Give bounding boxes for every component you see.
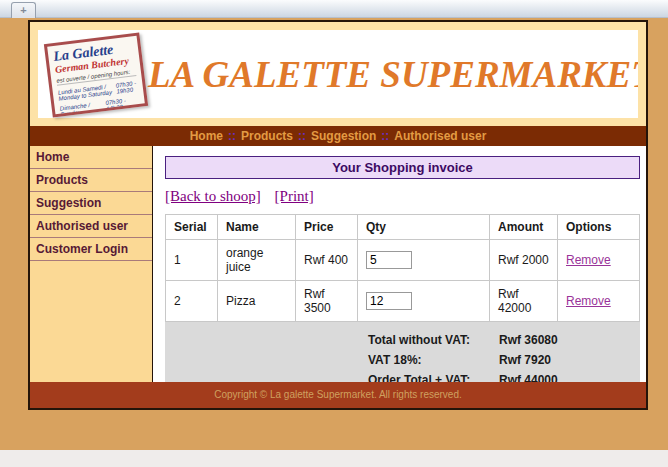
page-title: LA GALETTE SUPERMARKET xyxy=(144,53,638,96)
cell-qty xyxy=(358,281,490,322)
nav-item-home[interactable]: Home xyxy=(190,129,223,143)
cell-serial: 2 xyxy=(166,281,218,322)
col-header-options: Options xyxy=(558,215,640,240)
sidebar-item-products[interactable]: Products xyxy=(30,169,152,192)
table-row: 1 orange juice Rwf 400 Rwf 2000 Remove xyxy=(166,240,640,281)
cell-price: Rwf 400 xyxy=(296,240,358,281)
total-label: Total without VAT: xyxy=(368,333,470,347)
tab-plus-icon: + xyxy=(20,4,26,16)
total-value: Rwf 7920 xyxy=(499,353,551,367)
col-header-serial: Serial xyxy=(166,215,218,240)
cell-serial: 1 xyxy=(166,240,218,281)
shop-sign-logo: La Galette German Butchery est ouverte /… xyxy=(44,32,148,117)
col-header-name: Name xyxy=(218,215,296,240)
cell-options: Remove xyxy=(558,240,640,281)
content-area: Home Products Suggestion Authorised user… xyxy=(30,146,646,382)
cell-price: Rwf 3500 xyxy=(296,281,358,322)
back-to-shop-link[interactable]: [Back to shoop] xyxy=(165,188,261,204)
header: La Galette German Butchery est ouverte /… xyxy=(30,22,646,126)
browser-tab[interactable]: + xyxy=(11,2,36,18)
cell-options: Remove xyxy=(558,281,640,322)
print-link[interactable]: [Print] xyxy=(275,188,314,204)
invoice-title-bar: Your Shopping invoice xyxy=(165,156,640,179)
logo-sunday-label: Dimanche / Sunday xyxy=(59,100,106,117)
totals-section: Total without VAT: Rwf 36080 VAT 18%: Rw… xyxy=(165,322,640,382)
col-header-amount: Amount xyxy=(490,215,558,240)
page-container: La Galette German Butchery est ouverte /… xyxy=(28,20,648,410)
col-header-price: Price xyxy=(296,215,358,240)
nav-separator: :: xyxy=(228,129,236,143)
logo-sunday-hours: 07h30 - 14h30 xyxy=(105,96,140,112)
invoice-table: Serial Name Price Qty Amount Options 1 o… xyxy=(165,214,640,322)
cell-amount: Rwf 2000 xyxy=(490,240,558,281)
total-value: Rwf 44000 xyxy=(499,373,558,382)
remove-link[interactable]: Remove xyxy=(566,294,611,308)
browser-chrome: + xyxy=(0,0,668,18)
desktop-background: La Galette German Butchery est ouverte /… xyxy=(0,18,668,450)
cell-amount: Rwf 42000 xyxy=(490,281,558,322)
main-panel: Your Shopping invoice [Back to shoop] [P… xyxy=(153,146,646,382)
header-banner: La Galette German Butchery est ouverte /… xyxy=(38,30,638,118)
sidebar-item-home[interactable]: Home xyxy=(30,146,152,169)
table-row: 2 Pizza Rwf 3500 Rwf 42000 Remove xyxy=(166,281,640,322)
cell-qty xyxy=(358,240,490,281)
nav-separator: :: xyxy=(381,129,389,143)
top-nav: Home::Products::Suggestion::Authorised u… xyxy=(30,126,646,146)
total-label: Order Total + VAT: xyxy=(368,373,470,382)
invoice-links: [Back to shoop] [Print] xyxy=(165,188,640,205)
footer: Copyright © La galette Supermarket. All … xyxy=(30,382,646,408)
cell-name: Pizza xyxy=(218,281,296,322)
nav-item-products[interactable]: Products xyxy=(241,129,293,143)
sidebar-item-authorised-user[interactable]: Authorised user xyxy=(30,215,152,238)
qty-input[interactable] xyxy=(366,292,412,310)
order-total-row: Order Total + VAT: Rwf 44000 xyxy=(165,371,640,382)
col-header-qty: Qty xyxy=(358,215,490,240)
nav-separator: :: xyxy=(298,129,306,143)
sidebar: Home Products Suggestion Authorised user… xyxy=(30,146,153,382)
total-without-vat-row: Total without VAT: Rwf 36080 xyxy=(165,331,640,351)
nav-item-authorised-user[interactable]: Authorised user xyxy=(394,129,486,143)
total-value: Rwf 36080 xyxy=(499,333,558,347)
status-bar xyxy=(0,450,668,467)
nav-item-suggestion[interactable]: Suggestion xyxy=(311,129,376,143)
sidebar-item-customer-login[interactable]: Customer Login xyxy=(30,238,152,261)
logo-weekday-hours: 07h30 - 19h30 xyxy=(115,80,138,95)
sidebar-item-suggestion[interactable]: Suggestion xyxy=(30,192,152,215)
qty-input[interactable] xyxy=(366,251,412,269)
total-label: VAT 18%: xyxy=(368,353,422,367)
invoice-table-header-row: Serial Name Price Qty Amount Options xyxy=(166,215,640,240)
remove-link[interactable]: Remove xyxy=(566,253,611,267)
cell-name: orange juice xyxy=(218,240,296,281)
vat-row: VAT 18%: Rwf 7920 xyxy=(165,351,640,371)
